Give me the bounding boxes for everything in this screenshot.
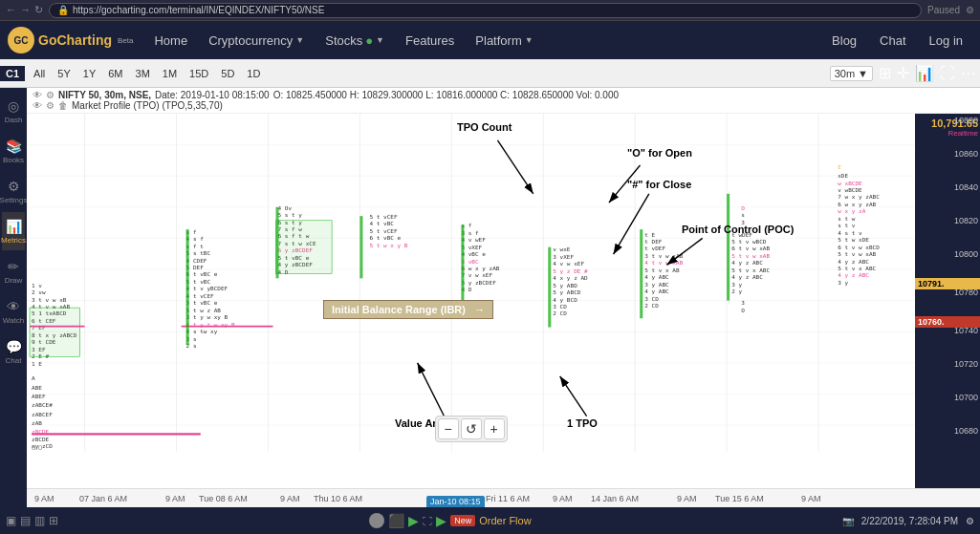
delete-icon[interactable]: 🗑 (58, 100, 68, 111)
layout-icon-2[interactable]: ▤ (20, 514, 31, 527)
svg-text:4 vBC e: 4 vBC e (461, 251, 486, 257)
camera-icon[interactable]: 📷 (842, 516, 854, 526)
draw-icon: ✏ (8, 259, 19, 274)
svg-text:3 y ABC: 3 y ABC (644, 282, 669, 288)
settings-icon-chart[interactable]: ⚙ (46, 90, 54, 100)
sidebar-item-dash[interactable]: ◎ Dash (2, 92, 25, 130)
svg-text:3 t vBC e: 3 t vBC e (186, 300, 218, 306)
svg-text:5 t v x ABC: 5 t v x ABC (731, 267, 771, 273)
watch-icon: 👁 (7, 299, 20, 314)
eye-icon2[interactable]: 👁 (33, 100, 42, 111)
settings-icon2[interactable]: ⚙ (46, 100, 54, 111)
svg-text:4 t v yBCDEF: 4 t v yBCDEF (186, 287, 229, 293)
time-jan10-highlight: Jan-10 08:15 (426, 496, 485, 507)
sidebar-item-settings[interactable]: ⚙ Settings (2, 172, 25, 210)
url-bar[interactable]: 🔒 https://gocharting.com/terminal/IN/EQI… (49, 3, 922, 18)
svg-text:5 y ABD: 5 y ABD (553, 283, 577, 289)
svg-text:5 t v w xAB: 5 t v w xAB (731, 253, 771, 259)
svg-text:4 y z ABC: 4 y z ABC (838, 273, 869, 280)
svg-text:3 vXEF: 3 vXEF (553, 254, 574, 260)
play-button[interactable]: ▶ (408, 513, 419, 528)
svg-text:5 s tBC: 5 s tBC (186, 250, 211, 256)
beta-badge: Beta (118, 36, 133, 45)
indicator-icon[interactable]: ⊞ (879, 64, 891, 82)
svg-text:3 CD: 3 CD (644, 296, 659, 302)
svg-text:ABEF: ABEF (32, 394, 46, 399)
nav-platform[interactable]: Platform ▼ (466, 21, 542, 59)
svg-text:O: O (741, 205, 745, 211)
nav-home[interactable]: Home (144, 21, 197, 59)
sidebar-item-chat[interactable]: 💬 Chat (2, 332, 25, 371)
play-forward-button[interactable]: ▶ (436, 513, 446, 528)
svg-text:5 t v x ABC: 5 t v x ABC (838, 266, 877, 271)
timeframe-1m[interactable]: 1M (158, 66, 182, 81)
bottom-bar: ▣ ▤ ▥ ⊞ ⬛ ▶ ⛶ ▶ New Order Flow 📷 2/22/20… (0, 507, 980, 534)
sidebar-item-draw[interactable]: ✏ Draw (2, 252, 25, 290)
timeframe-3m[interactable]: 3M (131, 66, 155, 81)
svg-text:7 v w xEF: 7 v w xEF (461, 273, 492, 279)
svg-text:5 t vBC: 5 t vBC (186, 279, 211, 285)
timeframe-5y[interactable]: 5Y (53, 66, 75, 81)
close-label: "#" for Close (627, 179, 691, 190)
one-tpo-label: 1 TPO (567, 417, 598, 429)
expand-icon[interactable]: ⛶ (423, 516, 432, 526)
svg-text:4 s t v: 4 s t v (838, 230, 862, 236)
ibr-box: Initial Balance Range (IBR) → (323, 300, 493, 319)
nav-stocks[interactable]: Stocks ● ▼ (316, 21, 394, 59)
sidebar-item-metrics[interactable]: 📊 Metrics (2, 212, 25, 250)
timeframe-6m[interactable]: 6M (103, 66, 127, 81)
svg-text:4 CDEF: 4 CDEF (186, 258, 207, 264)
live-badge: New (450, 515, 475, 526)
nav-cryptocurrency[interactable]: Cryptocurrency ▼ (199, 21, 314, 59)
time-tue08: Tue 08 6 AM (199, 494, 248, 503)
sidebar-item-books[interactable]: 📚 Books (2, 132, 25, 170)
nav-login[interactable]: Log in (920, 21, 972, 59)
timeframe-1d[interactable]: 1D (242, 66, 265, 81)
timeframe-1y[interactable]: 1Y (78, 66, 100, 81)
svg-rect-60 (276, 221, 333, 274)
svg-text:4 y z ABC: 4 y z ABC (838, 259, 869, 266)
interval-selector[interactable]: 30m ▼ (830, 66, 873, 81)
crosshair-icon[interactable]: ✛ (897, 64, 909, 82)
poc-label: Point of Control (POC) (682, 224, 794, 235)
playback-controls: ⬛ ▶ ⛶ ▶ New Order Flow (369, 513, 531, 528)
chart-type-icon[interactable]: 📊 (915, 64, 934, 82)
settings-icon-bb[interactable]: ⚙ (966, 516, 974, 526)
zoom-in-button[interactable]: + (484, 418, 505, 439)
svg-text:2   CD: 2 CD (553, 311, 567, 317)
zoom-reset-button[interactable]: ↺ (461, 418, 482, 439)
refresh-button[interactable]: ↻ (34, 4, 43, 16)
layout-icon-3[interactable]: ▥ (34, 514, 45, 527)
nav-features[interactable]: Features (396, 21, 464, 59)
eye-icon[interactable]: 👁 (33, 90, 42, 100)
url-text: https://gocharting.com/terminal/IN/EQIND… (73, 5, 324, 15)
timeframe-5d[interactable]: 5D (216, 66, 239, 81)
nav-blog[interactable]: Blog (822, 21, 866, 59)
timeframe-15d[interactable]: 15D (185, 66, 213, 81)
record-button[interactable] (369, 513, 384, 528)
nav-right: Blog Chat Log in (822, 21, 972, 59)
layout-icon-4[interactable]: ⊞ (49, 514, 58, 527)
nav-chat[interactable]: Chat (870, 21, 915, 59)
svg-text:4 t vCEF: 4 t vCEF (186, 293, 215, 299)
svg-text:7 w x y zABC: 7 w x y zABC (838, 195, 880, 202)
svg-text:xDE: xDE (838, 173, 848, 179)
svg-text:3: 3 (741, 300, 745, 306)
svg-text:t E: t E (644, 232, 655, 238)
symbol-name: NIFTY 50, 30m, NSE, (58, 90, 151, 100)
forward-button[interactable]: → (20, 4, 31, 16)
back-button[interactable]: ← (6, 4, 16, 16)
sidebar-item-watch[interactable]: 👁 Watch (2, 292, 25, 331)
more-icon[interactable]: ⋯ (961, 64, 976, 82)
layout-icon-1[interactable]: ▣ (6, 514, 16, 527)
indicator-name: Market Profile (TPO) (TPO,5,35,70) (72, 100, 223, 111)
svg-text:3   CD: 3 CD (553, 304, 567, 310)
time-thu10: Thu 10 6 AM (314, 494, 362, 503)
timeframe-all[interactable]: All (29, 66, 50, 81)
zoom-out-button[interactable]: − (438, 418, 459, 439)
chart-date: Date: 2019-01-10 08:15:00 (155, 90, 270, 100)
svg-rect-127 (727, 194, 730, 301)
stop-button[interactable]: ⬛ (388, 513, 404, 528)
chevron-down-icon-stocks: ▼ (376, 35, 384, 45)
fullscreen-icon[interactable]: ⛶ (940, 65, 955, 82)
